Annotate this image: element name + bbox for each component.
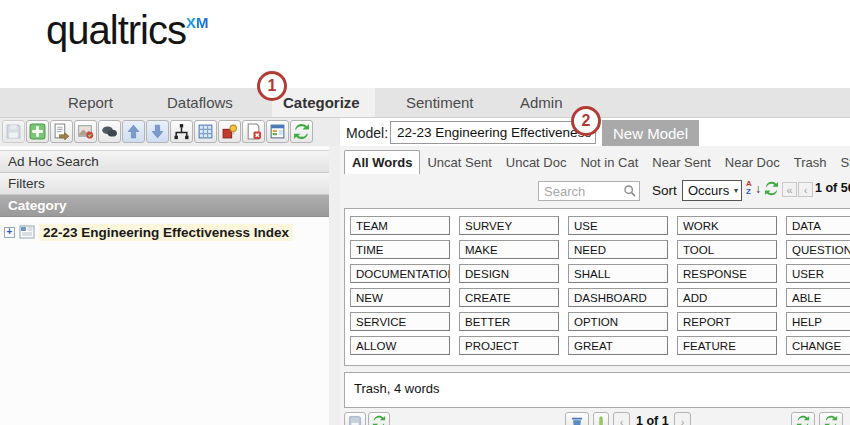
word-button[interactable]: DESIGN xyxy=(459,264,559,283)
section-filters[interactable]: Filters xyxy=(0,173,329,195)
add-button[interactable] xyxy=(26,120,49,143)
model-label: Model: xyxy=(346,118,388,148)
status-text: Trash, 4 words xyxy=(354,381,440,396)
move-up-button[interactable] xyxy=(122,120,145,143)
word-button[interactable]: WORK xyxy=(677,216,777,235)
verify-image-icon xyxy=(77,123,94,140)
category-tree-item[interactable]: + 22-23 Engineering Effectiveness Index xyxy=(4,222,329,242)
word-row: DOCUMENTATION DESIGN SHALL RESPONSE USER xyxy=(350,264,850,283)
bottom-page-prev-button[interactable]: ‹ xyxy=(613,412,630,425)
category-node-icon xyxy=(19,225,35,239)
word-button[interactable]: GREAT xyxy=(568,336,668,355)
bottom-page-next-button[interactable]: › xyxy=(674,412,691,425)
copy-to-button[interactable] xyxy=(50,120,73,143)
category-tree-item-label: 22-23 Engineering Effectiveness Index xyxy=(39,224,293,241)
tab-categorize[interactable]: Categorize xyxy=(283,88,360,117)
tab-near-doc[interactable]: Near Doc xyxy=(718,151,787,174)
word-button[interactable]: DOCUMENTATION xyxy=(350,264,450,283)
word-button[interactable]: TOOL xyxy=(677,240,777,259)
tab-near-sent[interactable]: Near Sent xyxy=(645,151,718,174)
tab-uncat-doc[interactable]: Uncat Doc xyxy=(499,151,574,174)
marker-button[interactable] xyxy=(593,412,609,425)
page-prev-button[interactable]: ‹ xyxy=(798,182,813,197)
tab-structure[interactable]: Structure xyxy=(834,151,850,174)
chevron-down-icon: ▾ xyxy=(734,181,738,200)
hierarchy-button[interactable] xyxy=(170,120,193,143)
word-button[interactable]: FEATURE xyxy=(677,336,777,355)
section-category[interactable]: Category xyxy=(0,195,329,217)
delete-document-button[interactable] xyxy=(242,120,265,143)
word-button[interactable]: SURVEY xyxy=(459,216,559,235)
word-button[interactable]: USE xyxy=(568,216,668,235)
word-button[interactable]: OPTION xyxy=(568,312,668,331)
word-button[interactable]: USER xyxy=(786,264,850,283)
grid-view-button[interactable] xyxy=(194,120,217,143)
annotation-step-1: 1 xyxy=(257,71,287,101)
word-button[interactable]: HELP xyxy=(786,312,850,331)
qualtrics-app: qualtricsXM 1 2 Report Dataflows Categor… xyxy=(0,0,850,425)
word-button[interactable]: TIME xyxy=(350,240,450,259)
tab-all-words[interactable]: All Words xyxy=(344,150,420,174)
bottom-refresh-button[interactable] xyxy=(368,412,390,425)
comments-button[interactable] xyxy=(98,120,121,143)
word-button[interactable]: NEED xyxy=(568,240,668,259)
tab-sentiment[interactable]: Sentiment xyxy=(406,88,474,117)
save-button[interactable] xyxy=(2,120,25,143)
green-arrow-icon xyxy=(796,415,810,425)
tab-admin[interactable]: Admin xyxy=(520,88,563,117)
word-button[interactable]: TEAM xyxy=(350,216,450,235)
category-sidebar: Ad Hoc Search Filters Category + 22-23 E… xyxy=(0,146,329,425)
save-icon xyxy=(348,415,362,425)
new-model-button[interactable]: New Model xyxy=(602,120,699,146)
move-down-button[interactable] xyxy=(146,120,169,143)
copy-to-document-icon xyxy=(53,123,70,140)
section-ad-hoc-search[interactable]: Ad Hoc Search xyxy=(0,150,329,173)
word-button[interactable]: MAKE xyxy=(459,240,559,259)
expand-plus-icon[interactable]: + xyxy=(4,227,15,238)
search-input[interactable] xyxy=(539,183,622,200)
word-button[interactable]: CHANGE xyxy=(786,336,850,355)
tab-uncat-sent[interactable]: Uncat Sent xyxy=(420,151,498,174)
search-box xyxy=(538,181,640,201)
sort-az-icon[interactable]: A Z ↓ xyxy=(746,180,764,198)
apply-button[interactable] xyxy=(791,412,815,425)
word-button[interactable]: QUESTION xyxy=(786,240,850,259)
refresh-words-button[interactable] xyxy=(764,181,779,200)
word-button[interactable]: ABLE xyxy=(786,288,850,307)
user-alert-icon xyxy=(221,123,238,140)
user-alert-button[interactable] xyxy=(218,120,241,143)
word-button[interactable]: DATA xyxy=(786,216,850,235)
word-button[interactable]: DASHBOARD xyxy=(568,288,668,307)
tab-trash[interactable]: Trash xyxy=(787,151,834,174)
refresh-icon xyxy=(372,415,386,425)
trash-button[interactable] xyxy=(565,412,589,425)
word-button[interactable]: SERVICE xyxy=(350,312,450,331)
model-select[interactable]: 22-23 Engineering Effectiveness ▾ xyxy=(390,121,596,144)
sort-label: Sort xyxy=(652,180,677,201)
tab-dataflows[interactable]: Dataflows xyxy=(167,88,233,117)
word-button[interactable]: NEW xyxy=(350,288,450,307)
apply-all-button[interactable] xyxy=(819,412,843,425)
refresh-button[interactable] xyxy=(290,120,313,143)
tab-not-in-cat[interactable]: Not in Cat xyxy=(573,151,645,174)
report-view-button[interactable] xyxy=(266,120,289,143)
page-first-button[interactable]: « xyxy=(782,182,797,197)
sort-select[interactable]: Occurs ▾ xyxy=(682,180,742,201)
add-icon xyxy=(29,123,46,140)
report-view-icon xyxy=(269,123,286,140)
bottom-save-button[interactable] xyxy=(344,412,366,425)
word-button[interactable]: RESPONSE xyxy=(677,264,777,283)
word-button[interactable]: ALLOW xyxy=(350,336,450,355)
tab-report[interactable]: Report xyxy=(68,88,113,117)
word-button[interactable]: SHALL xyxy=(568,264,668,283)
word-row: TEAM SURVEY USE WORK DATA xyxy=(350,216,850,235)
green-arrow-icon xyxy=(824,415,838,425)
verify-button[interactable] xyxy=(74,120,97,143)
word-button[interactable]: CREATE xyxy=(459,288,559,307)
word-button[interactable]: ADD xyxy=(677,288,777,307)
word-button[interactable]: REPORT xyxy=(677,312,777,331)
sort-z-letter: Z xyxy=(746,188,752,196)
word-button[interactable]: BETTER xyxy=(459,312,559,331)
category-toolbar xyxy=(0,118,340,146)
word-button[interactable]: PROJECT xyxy=(459,336,559,355)
